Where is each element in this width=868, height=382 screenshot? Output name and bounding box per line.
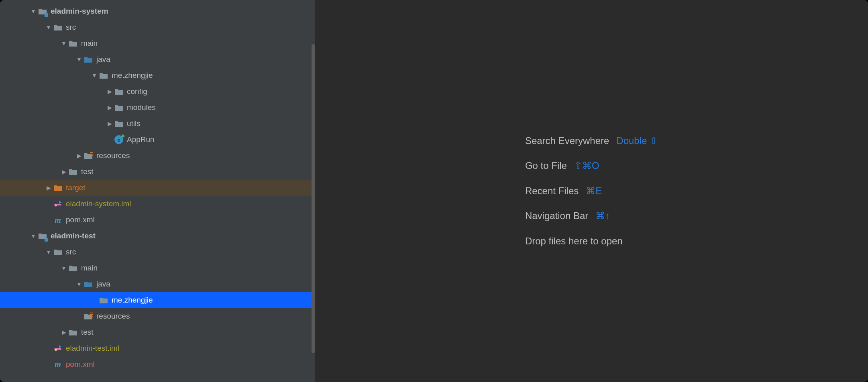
runnable-class-icon: c (114, 135, 124, 144)
module-icon (38, 6, 47, 16)
hint-label: Recent Files (525, 179, 579, 203)
folder-icon (114, 87, 124, 96)
tree-arrow-collapsed-icon[interactable]: ▶ (105, 88, 114, 95)
folder-icon (68, 39, 78, 48)
tree-row[interactable]: ▶test (0, 324, 315, 340)
tree-node-label: eladmin-test (51, 232, 96, 240)
folder-icon (68, 167, 78, 177)
tree-arrow-expanded-icon[interactable]: ▼ (44, 24, 53, 30)
iml-file-icon (53, 343, 63, 353)
source-folder-icon (84, 55, 93, 64)
tree-node-label: modules (127, 103, 156, 112)
editor-empty-state[interactable]: Search Everywhere Double ⇧ Go to File ⇧⌘… (315, 0, 868, 382)
tree-node-label: pom.xml (66, 215, 95, 224)
tree-row[interactable]: ▶resources (0, 308, 315, 324)
hint-label: Drop files here to open (525, 229, 623, 254)
tree-row[interactable]: ▶eladmin-test.iml (0, 340, 315, 356)
hint-label: Navigation Bar (525, 203, 588, 228)
tree-arrow-expanded-icon[interactable]: ▼ (59, 265, 68, 271)
folder-icon (53, 22, 63, 32)
tree-row[interactable]: ▶utils (0, 116, 315, 132)
folder-icon (53, 247, 63, 257)
tree-arrow-expanded-icon[interactable]: ▼ (59, 40, 68, 47)
tree-arrow-expanded-icon[interactable]: ▼ (44, 249, 53, 255)
tree-row[interactable]: ▼java (0, 51, 315, 67)
tree-node-label: test (81, 328, 94, 337)
folder-icon (114, 103, 124, 112)
tree-node-label: main (81, 264, 98, 272)
tree-node-label: target (66, 183, 86, 192)
tree-node-label: config (127, 87, 147, 96)
hint-shortcut: ⌘E (586, 179, 602, 203)
tree-row[interactable]: ▶config (0, 83, 315, 100)
resources-folder-icon (84, 151, 93, 161)
tree-arrow-expanded-icon[interactable]: ▼ (29, 233, 38, 239)
tree-arrow-collapsed-icon[interactable]: ▶ (105, 120, 114, 127)
maven-file-icon: m (53, 360, 63, 369)
tree-node-label: utils (127, 119, 141, 128)
folder-icon (68, 263, 78, 273)
svg-point-1 (55, 205, 57, 207)
project-tree-sidebar[interactable]: ▼eladmin-system▼src▼main▼java▼me.zhengji… (0, 0, 315, 382)
tree-row[interactable]: ▼main (0, 260, 315, 276)
tree-node-label: eladmin-test.iml (66, 344, 119, 353)
tree-node-label: eladmin-system.iml (66, 199, 131, 208)
tree-arrow-expanded-icon[interactable]: ▼ (75, 281, 84, 287)
tree-node-label: resources (96, 312, 130, 321)
hint-navigation-bar: Navigation Bar ⌘↑ (525, 203, 658, 228)
source-folder-icon (84, 279, 93, 289)
tree-row[interactable]: ▶resources (0, 148, 315, 164)
tree-row[interactable]: ▶mpom.xml (0, 356, 315, 372)
resources-folder-icon (84, 311, 93, 321)
tree-row[interactable]: ▼java (0, 276, 315, 292)
tree-node-label: java (96, 280, 110, 289)
tree-row[interactable]: ▼eladmin-system (0, 3, 315, 19)
tree-node-label: test (81, 167, 94, 176)
folder-icon (114, 119, 124, 128)
tree-node-label: src (66, 248, 76, 256)
tree-row[interactable]: ▼eladmin-test (0, 228, 315, 244)
tree-row[interactable]: ▼main (0, 35, 315, 51)
hint-go-to-file: Go to File ⇧⌘O (525, 153, 658, 178)
sidebar-scrollbar[interactable] (312, 44, 315, 353)
target-folder-icon (53, 183, 63, 193)
tree-arrow-collapsed-icon[interactable]: ▶ (59, 169, 68, 175)
tree-row[interactable]: ▶target (0, 180, 315, 196)
tree-row[interactable]: ▶eladmin-system.iml (0, 196, 315, 212)
tree-node-label: java (96, 55, 110, 64)
hint-label: Search Everywhere (525, 128, 609, 153)
hint-label: Go to File (525, 153, 567, 178)
tree-row[interactable]: ▶test (0, 164, 315, 180)
tree-arrow-expanded-icon[interactable]: ▼ (90, 72, 99, 79)
folder-icon (68, 327, 78, 337)
hint-shortcut: Double ⇧ (616, 128, 658, 153)
module-icon (38, 231, 47, 241)
tree-row[interactable]: ▶cAppRun (0, 132, 315, 148)
tree-arrow-expanded-icon[interactable]: ▼ (75, 56, 84, 63)
tree-row[interactable]: ▼src (0, 19, 315, 35)
ide-window: ▼eladmin-system▼src▼main▼java▼me.zhengji… (0, 0, 868, 382)
tree-node-label: main (81, 39, 98, 48)
svg-point-3 (55, 349, 57, 351)
tree-node-label: me.zhengjie (112, 71, 153, 80)
hint-shortcut: ⌘↑ (595, 203, 610, 228)
hint-search-everywhere: Search Everywhere Double ⇧ (525, 128, 658, 153)
tree-row[interactable]: ▶modules (0, 100, 315, 116)
tree-arrow-collapsed-icon[interactable]: ▶ (44, 185, 53, 191)
tree-arrow-collapsed-icon[interactable]: ▶ (105, 104, 114, 111)
hint-recent-files: Recent Files ⌘E (525, 179, 658, 203)
tree-row[interactable]: ▶mpom.xml (0, 212, 315, 228)
tree-arrow-collapsed-icon[interactable]: ▶ (75, 152, 84, 159)
tree-node-label: src (66, 23, 76, 32)
iml-file-icon (53, 199, 63, 209)
tree-row[interactable]: ▶me.zhengjie (0, 292, 315, 308)
tree-row[interactable]: ▼me.zhengjie (0, 67, 315, 83)
tree-arrow-expanded-icon[interactable]: ▼ (29, 8, 38, 14)
welcome-hints: Search Everywhere Double ⇧ Go to File ⇧⌘… (525, 128, 658, 254)
tree-node-label: pom.xml (66, 360, 95, 369)
folder-icon (99, 295, 108, 305)
hint-shortcut: ⇧⌘O (574, 153, 599, 178)
tree-arrow-collapsed-icon[interactable]: ▶ (59, 329, 68, 335)
tree-row[interactable]: ▼src (0, 244, 315, 260)
hint-drop-files: Drop files here to open (525, 229, 658, 254)
